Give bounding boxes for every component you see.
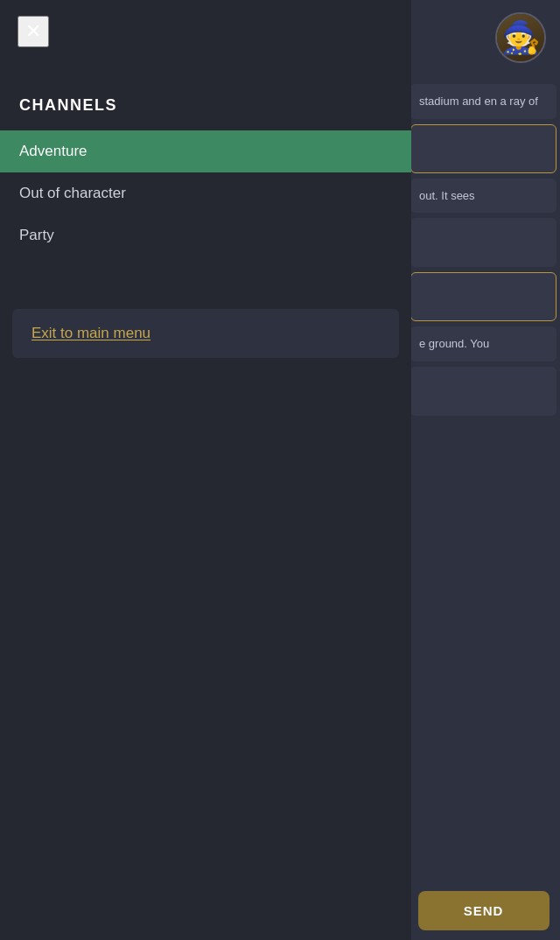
chat-empty-1 bbox=[410, 218, 556, 267]
chat-message-3: e ground. You bbox=[410, 326, 556, 361]
main-layout: stadium and en a ray of out. It sees e g… bbox=[0, 0, 560, 940]
exit-to-main-menu-button[interactable]: Exit to main menu bbox=[12, 309, 399, 358]
close-button[interactable]: ✕ bbox=[18, 16, 49, 47]
channel-item-adventure[interactable]: Adventure bbox=[0, 130, 411, 172]
avatar[interactable] bbox=[495, 12, 546, 63]
channel-item-party[interactable]: Party bbox=[0, 214, 411, 256]
left-panel: ✕ CHANNELS Adventure Out of character Pa… bbox=[0, 0, 411, 940]
channel-list: Adventure Out of character Party bbox=[0, 130, 411, 256]
channels-title: CHANNELS bbox=[19, 96, 411, 115]
send-button[interactable]: SEND bbox=[418, 891, 550, 930]
chat-message-1: stadium and en a ray of bbox=[410, 84, 556, 119]
chat-input-2[interactable] bbox=[410, 272, 556, 321]
chat-input-1[interactable] bbox=[410, 124, 556, 173]
avatar-image bbox=[497, 14, 544, 61]
exit-button-container: Exit to main menu bbox=[12, 309, 399, 358]
chat-empty-2 bbox=[410, 367, 556, 416]
chat-message-2: out. It sees bbox=[410, 179, 556, 214]
chat-area: stadium and en a ray of out. It sees e g… bbox=[407, 0, 560, 870]
right-panel: stadium and en a ray of out. It sees e g… bbox=[407, 0, 560, 940]
send-area: SEND bbox=[407, 880, 560, 940]
channel-item-out-of-character[interactable]: Out of character bbox=[0, 172, 411, 214]
